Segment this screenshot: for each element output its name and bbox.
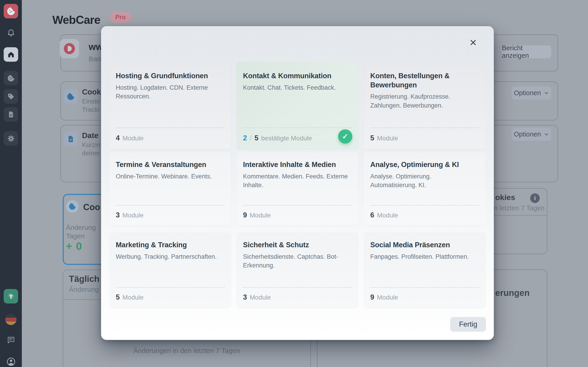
category-card-sicherheit[interactable]: Sicherheit & Schutz Sicherheitsdienste. … — [237, 233, 358, 308]
category-description: Kontakt. Chat. Tickets. Feedback. — [243, 83, 352, 92]
privacy-card-line2: deiner — [82, 150, 100, 157]
divider — [370, 127, 479, 128]
divider — [370, 287, 479, 288]
category-description: Analyse. Optimierung. Automatisierung. K… — [370, 172, 479, 190]
confirmed-count-value: 2 — [243, 134, 247, 142]
bell-icon[interactable] — [4, 26, 18, 40]
count-label: Module — [377, 212, 398, 219]
module-count: 3 Module — [243, 293, 271, 301]
app-logo-cookie-icon[interactable] — [4, 4, 18, 18]
chart-caption: Änderungen in den letzten 7 Tagen — [63, 347, 311, 355]
divider — [243, 287, 352, 288]
user-icon[interactable] — [4, 354, 18, 367]
count-label: Module — [122, 294, 144, 301]
module-count: 9 Module — [370, 293, 398, 301]
count-value: 9 — [243, 211, 247, 219]
options-button-label: Optionen — [514, 131, 541, 138]
document-icon — [64, 132, 78, 146]
divider — [243, 127, 352, 128]
category-card-kontakt[interactable]: Kontakt & Kommunikation Kontakt. Chat. T… — [237, 62, 358, 149]
module-count: 4 Module — [116, 134, 144, 142]
sidebar-item-cookies[interactable] — [4, 71, 18, 85]
changes-panel-title: erungen — [495, 288, 530, 298]
count-label: Module — [122, 212, 144, 219]
options-button-label: Optionen — [514, 89, 541, 97]
cookie-icon — [64, 90, 78, 104]
chat-icon[interactable] — [4, 333, 18, 347]
site-name: ww — [89, 42, 103, 52]
module-categories-dialog: ✕ Hosting & Grundfunktionen Hosting. Log… — [101, 26, 494, 340]
sidebar-item-home[interactable] — [4, 47, 18, 62]
sidebar — [0, 0, 22, 367]
privacy-card-title: Date — [82, 131, 99, 140]
sidebar-item-tags[interactable] — [4, 89, 18, 104]
confirmed-check-icon: ✓ — [338, 129, 352, 144]
module-count: 9 Module — [243, 211, 271, 219]
category-title: Kontakt & Kommunikation — [243, 71, 352, 81]
flag-de-icon[interactable] — [5, 314, 17, 325]
module-count: 5 Module — [370, 134, 398, 142]
stat-card-line2: Tagen — [66, 232, 85, 240]
module-count: 6 Module — [370, 211, 398, 219]
count-label: Module — [122, 135, 144, 142]
category-title: Social Media Präsenzen — [370, 240, 479, 250]
close-icon[interactable]: ✕ — [468, 37, 479, 48]
stat-delta-value: + 0 — [66, 240, 82, 252]
stat-card-line1: Änderung — [66, 224, 96, 232]
count-label: Module — [377, 294, 398, 301]
stat-card-title: Coo — [83, 202, 100, 212]
category-description: Fanpages. Profilseiten. Plattformen. — [370, 252, 479, 261]
category-title: Termine & Veranstaltungen — [116, 160, 225, 169]
total-count-value: 5 — [254, 134, 258, 142]
category-description: Sicherheitsdienste. Captchas. Bot-Erkenn… — [243, 252, 352, 270]
category-card-marketing[interactable]: Marketing & Tracking Werbung. Tracking. … — [109, 233, 231, 308]
cookie-card-line2: Tracki — [82, 106, 99, 113]
pro-badge: Pro — [110, 12, 131, 23]
done-button[interactable]: Fertig — [450, 317, 486, 332]
site-logo-icon — [60, 39, 79, 58]
cookie-card-title: Cook — [82, 88, 101, 96]
divider — [116, 127, 225, 128]
category-description: Registrierung. Kaufprozesse. Zahlungen. … — [370, 92, 479, 110]
count-value: 3 — [116, 211, 120, 219]
info-icon[interactable]: i — [530, 193, 540, 203]
count-value: 3 — [243, 293, 247, 301]
category-card-social[interactable]: Social Media Präsenzen Fanpages. Profils… — [364, 233, 485, 308]
category-card-hosting[interactable]: Hosting & Grundfunktionen Hosting. Logda… — [109, 62, 231, 149]
count-value: 5 — [370, 134, 374, 142]
category-card-analyse[interactable]: Analyse, Optimierung & KI Analyse. Optim… — [364, 152, 485, 226]
category-card-termine[interactable]: Termine & Veranstaltungen Online-Termine… — [109, 152, 231, 226]
document-icon — [7, 111, 15, 118]
count-value: 5 — [116, 293, 120, 301]
chevron-down-icon — [544, 132, 549, 137]
divider — [116, 205, 225, 206]
home-icon — [7, 51, 15, 58]
sidebar-item-publish[interactable] — [4, 289, 18, 303]
category-grid: Hosting & Grundfunktionen Hosting. Logda… — [109, 62, 485, 308]
module-count: 3 Module — [116, 211, 144, 219]
category-title: Hosting & Grundfunktionen — [116, 71, 225, 81]
options-button-2[interactable]: Optionen — [512, 128, 551, 141]
sidebar-item-documents[interactable] — [4, 107, 18, 122]
category-title: Marketing & Tracking — [116, 240, 225, 250]
cookie-icon — [66, 200, 79, 213]
category-title: Analyse, Optimierung & KI — [370, 160, 479, 169]
options-button-1[interactable]: Optionen — [512, 86, 551, 100]
show-report-button[interactable]: Bericht anzeigen — [502, 45, 551, 58]
category-title: Konten, Bestellungen & Bewerbungen — [370, 71, 479, 90]
daily-card-title: Täglich — [69, 274, 99, 284]
app-title: WebCare — [52, 13, 100, 27]
count-label: bestätigte Module — [261, 135, 312, 142]
category-card-interaktive[interactable]: Interaktive Inhalte & Medien Kommentare.… — [237, 152, 358, 226]
category-description: Online-Termine. Webinare. Events. — [116, 172, 225, 181]
divider — [494, 215, 547, 216]
chevron-down-icon — [544, 90, 549, 96]
count-label: Module — [250, 294, 271, 301]
sidebar-item-settings[interactable] — [4, 131, 18, 146]
category-description: Kommentare. Medien. Feeds. Externe Inhal… — [243, 172, 352, 190]
count-label: Module — [250, 212, 271, 219]
gear-icon — [7, 134, 15, 143]
category-card-konten[interactable]: Konten, Bestellungen & Bewerbungen Regis… — [364, 62, 485, 149]
count-label: Module — [377, 135, 398, 142]
tag-icon — [7, 93, 15, 100]
